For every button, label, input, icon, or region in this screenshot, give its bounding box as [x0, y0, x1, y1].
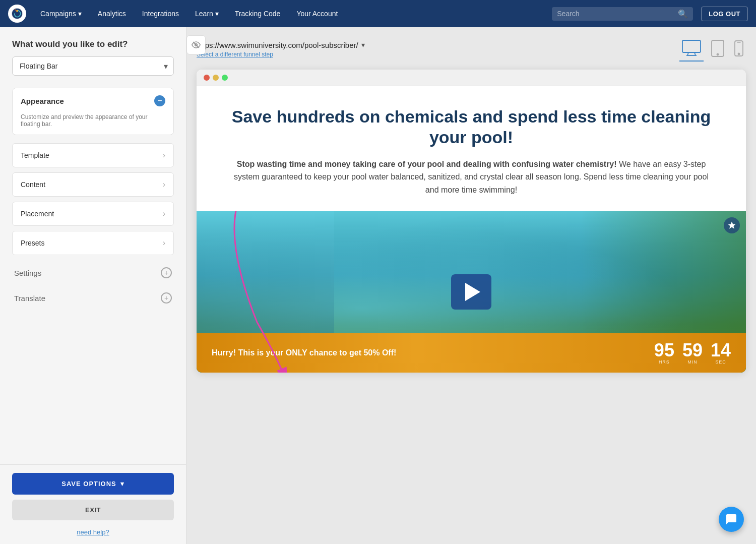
play-button-inner[interactable] — [451, 274, 491, 310]
logout-label: LOG OUT — [709, 10, 740, 18]
exit-label: EXIT — [85, 506, 101, 514]
edit-type-select[interactable]: Floating Bar Popup Inline — [12, 56, 174, 76]
main-layout: What would you like to edit? Floating Ba… — [0, 27, 756, 544]
menu-item-chevron-icon: › — [163, 151, 165, 160]
nav-integrations-label: Integrations — [142, 10, 179, 18]
preview-toggle-button[interactable] — [186, 35, 206, 54]
search-bar: 🔍 — [552, 7, 693, 21]
exit-button[interactable]: EXIT — [12, 500, 174, 520]
nav-tracking-code-label: Tracking Code — [235, 10, 281, 18]
play-triangle-icon — [465, 283, 480, 301]
nav-tracking-code[interactable]: Tracking Code — [229, 7, 287, 21]
content-area: https://www.swimuniversity.com/pool-subs… — [186, 27, 756, 544]
settings-expand-icon: + — [161, 267, 172, 278]
nav-campaigns[interactable]: Campaigns ▾ — [34, 7, 88, 21]
nav-learn[interactable]: Learn ▾ — [189, 7, 225, 21]
appearance-title: Appearance — [21, 97, 64, 105]
nav-analytics-label: Analytics — [98, 10, 126, 18]
timer-seconds-value: 14 — [711, 341, 731, 359]
settings-label: Settings — [14, 269, 41, 277]
menu-item-chevron-icon: › — [163, 209, 165, 218]
desktop-device-button[interactable] — [679, 37, 704, 62]
browser-titlebar — [197, 70, 746, 86]
edit-type-selector[interactable]: Floating Bar Popup Inline ▾ — [12, 56, 174, 76]
app-logo — [8, 5, 26, 23]
page-subtext-bold: Stop wasting time and money taking care … — [237, 160, 617, 168]
save-options-label: SAVE OPTIONS — [61, 480, 116, 488]
url-bar-row: https://www.swimuniversity.com/pool-subs… — [197, 37, 746, 62]
url-display: https://www.swimuniversity.com/pool-subs… — [197, 41, 365, 49]
svg-point-9 — [717, 54, 719, 55]
logout-button[interactable]: LOG OUT — [701, 7, 748, 21]
play-button[interactable] — [451, 274, 491, 310]
browser-close-dot — [204, 75, 210, 81]
settings-section[interactable]: Settings + — [12, 260, 174, 285]
appearance-section: Appearance − Customize and preview the a… — [12, 88, 174, 135]
page-subtext: Stop wasting time and money taking care … — [227, 158, 716, 197]
timer-seconds: 14 SEC — [711, 341, 731, 365]
countdown-timer: 95 HRS 59 MIN 14 SEC — [654, 341, 731, 365]
translate-label: Translate — [14, 294, 45, 303]
svg-point-11 — [738, 53, 740, 55]
page-content: Save hundreds on chemicals and spend les… — [197, 86, 746, 196]
sidebar-menu-item-content[interactable]: Content› — [12, 172, 174, 197]
nav-campaigns-label: Campaigns — [40, 10, 76, 18]
tablet-device-button[interactable] — [709, 37, 727, 62]
sidebar-bottom: SAVE OPTIONS ▾ EXIT need help? — [0, 464, 186, 544]
timer-hours: 95 HRS — [654, 341, 674, 365]
menu-item-label: Template — [21, 151, 49, 159]
nav-analytics[interactable]: Analytics — [92, 7, 132, 21]
nav-your-account-label: Your Account — [296, 10, 338, 18]
navbar: Campaigns ▾ Analytics Integrations Learn… — [0, 0, 756, 27]
video-area: Hurry! This is your ONLY chance to get 5… — [197, 211, 746, 373]
select-funnel-link[interactable]: Select a different funnel step — [197, 51, 273, 58]
edit-question: What would you like to edit? — [12, 39, 174, 49]
sidebar-menu-item-presets[interactable]: Presets› — [12, 231, 174, 255]
search-input[interactable] — [557, 10, 675, 18]
device-switcher — [679, 37, 746, 62]
svg-line-5 — [687, 52, 688, 55]
appearance-collapse-button[interactable]: − — [154, 95, 165, 106]
timer-hours-value: 95 — [654, 341, 674, 359]
appearance-description: Customize and preview the appearance of … — [13, 113, 173, 135]
timer-minutes-value: 59 — [682, 341, 703, 359]
floating-bar-text: Hurry! This is your ONLY chance to get 5… — [212, 348, 396, 358]
svg-rect-4 — [682, 40, 701, 52]
translate-expand-icon: + — [161, 292, 172, 304]
save-options-chevron-icon: ▾ — [120, 480, 124, 488]
appearance-header: Appearance − — [13, 88, 173, 113]
sidebar-menu-item-template[interactable]: Template› — [12, 143, 174, 167]
nav-your-account[interactable]: Your Account — [290, 7, 344, 21]
menu-item-chevron-icon: › — [163, 180, 165, 189]
svg-line-6 — [695, 52, 696, 55]
save-options-button[interactable]: SAVE OPTIONS ▾ — [12, 473, 174, 495]
need-help-link[interactable]: need help? — [12, 528, 174, 536]
campaigns-chevron-icon: ▾ — [78, 10, 82, 18]
translate-section[interactable]: Translate + — [12, 285, 174, 311]
chat-support-button[interactable] — [719, 507, 744, 532]
url-text: https://www.swimuniversity.com/pool-subs… — [197, 41, 358, 49]
browser-minimize-dot — [213, 75, 219, 81]
search-icon: 🔍 — [678, 9, 688, 19]
menu-item-chevron-icon: › — [163, 238, 165, 248]
sidebar: What would you like to edit? Floating Ba… — [0, 27, 186, 544]
browser-mock: Save hundreds on chemicals and spend les… — [197, 70, 746, 373]
page-headline: Save hundreds on chemicals and spend les… — [227, 106, 716, 148]
menu-item-label: Presets — [21, 239, 44, 247]
nav-learn-label: Learn — [195, 10, 213, 18]
menu-item-label: Placement — [21, 210, 54, 218]
nav-integrations[interactable]: Integrations — [136, 7, 185, 21]
url-dropdown-button[interactable]: ▾ — [361, 41, 365, 49]
floating-bar: Hurry! This is your ONLY chance to get 5… — [197, 333, 746, 373]
sidebar-menu-item-placement[interactable]: Placement› — [12, 202, 174, 226]
menu-items-list: Template›Content›Placement›Presets› — [12, 143, 174, 255]
menu-item-label: Content — [21, 180, 45, 189]
learn-chevron-icon: ▾ — [215, 10, 219, 18]
chat-icon — [725, 513, 737, 525]
mobile-device-button[interactable] — [732, 38, 746, 61]
timer-minutes: 59 MIN — [682, 341, 703, 365]
browser-maximize-dot — [222, 75, 228, 81]
